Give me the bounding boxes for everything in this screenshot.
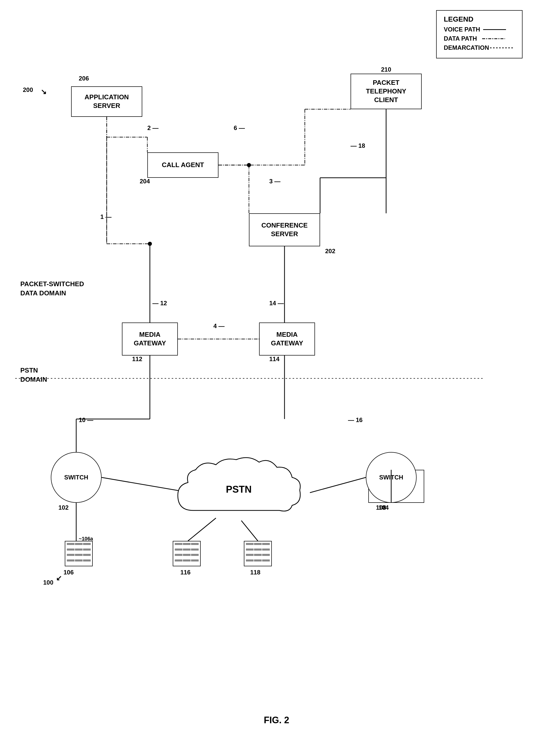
device-106: [65, 541, 93, 566]
figure-label: FIG. 2: [0, 715, 553, 726]
ref-112: 112: [132, 355, 142, 363]
ref-102: 102: [59, 504, 69, 511]
ref-114: 114: [269, 355, 280, 363]
junction-dot-2: [247, 163, 251, 167]
packet-telephony-box: PACKETTELEPHONYCLIENT: [350, 74, 422, 109]
ref-118: 118: [250, 569, 260, 576]
pstn-domain-label: PSTNDOMAIN: [20, 366, 47, 384]
ref-106a: ~106a: [79, 536, 93, 542]
device-118: [244, 541, 272, 566]
legend-demarcation-label: DEMARCATION: [444, 44, 489, 51]
ref-12: — 12: [152, 300, 167, 307]
conference-server-label: CONFERENCESERVER: [261, 221, 308, 239]
ref-16: — 16: [348, 416, 363, 424]
ref-18: — 18: [350, 142, 365, 149]
switch-right-circle: SWITCH: [366, 452, 417, 503]
ref-200: 200: [23, 86, 33, 93]
media-gateway-right-box: MEDIAGATEWAY: [259, 323, 315, 355]
junction-dot-1: [148, 242, 152, 246]
device-116: [173, 541, 201, 566]
switch-right-to-pstn: [310, 478, 366, 493]
arrow-100: ↙: [56, 574, 62, 582]
svg-text:PSTN: PSTN: [226, 484, 251, 495]
ref-206: 206: [79, 75, 89, 82]
switch-right-label: SWITCH: [379, 474, 403, 481]
application-server-box: APPLICATIONSERVER: [71, 86, 142, 117]
conference-server-box: CONFERENCESERVER: [249, 213, 320, 246]
ref-204: 204: [140, 178, 150, 185]
ref-14: 14 —: [269, 300, 284, 307]
legend-title: LEGEND: [444, 15, 515, 23]
media-gateway-left-box: MEDIAGATEWAY: [122, 323, 178, 355]
ref-4: 4 —: [213, 323, 225, 330]
switch-left-label: SWITCH: [64, 474, 88, 481]
ref-1: 1 —: [100, 213, 111, 221]
ref-210: 210: [381, 66, 391, 73]
ref-116: 116: [180, 569, 190, 576]
ref-202: 202: [325, 248, 335, 255]
packet-telephony-label: PACKETTELEPHONYCLIENT: [366, 78, 406, 104]
legend-demarcation: DEMARCATION: [444, 44, 515, 51]
call-agent-box: CALL AGENT: [147, 152, 219, 178]
ref-10: 10 —: [79, 416, 93, 424]
ref-6: 6 —: [234, 124, 245, 132]
media-gateway-left-label: MEDIAGATEWAY: [134, 330, 166, 348]
ref-2: 2 —: [147, 124, 159, 132]
call-agent-label: CALL AGENT: [162, 161, 204, 169]
ref-106: 106: [64, 569, 74, 576]
packet-switched-domain-label: PACKET-SWITCHEDDATA DOMAIN: [20, 279, 84, 298]
legend-voice: VOICE PATH: [444, 26, 515, 33]
ref-3: 3 —: [269, 178, 281, 185]
legend-data-label: DATA PATH: [444, 35, 477, 42]
legend-data: DATA PATH: [444, 35, 515, 42]
ref-104-v: 104: [379, 504, 389, 511]
legend-voice-label: VOICE PATH: [444, 26, 480, 33]
legend-box: LEGEND VOICE PATH DATA PATH DEMARCATION: [436, 10, 523, 59]
switch-left-circle: SWITCH: [51, 452, 102, 503]
arrow-200: ↘: [41, 88, 47, 96]
ref-100: 100: [43, 579, 53, 586]
pstn-cloud: PSTN: [168, 452, 310, 528]
application-server-label: APPLICATIONSERVER: [85, 93, 129, 110]
media-gateway-right-label: MEDIAGATEWAY: [271, 330, 303, 348]
diagram-container: LEGEND VOICE PATH DATA PATH DEMARCATION …: [0, 0, 553, 756]
